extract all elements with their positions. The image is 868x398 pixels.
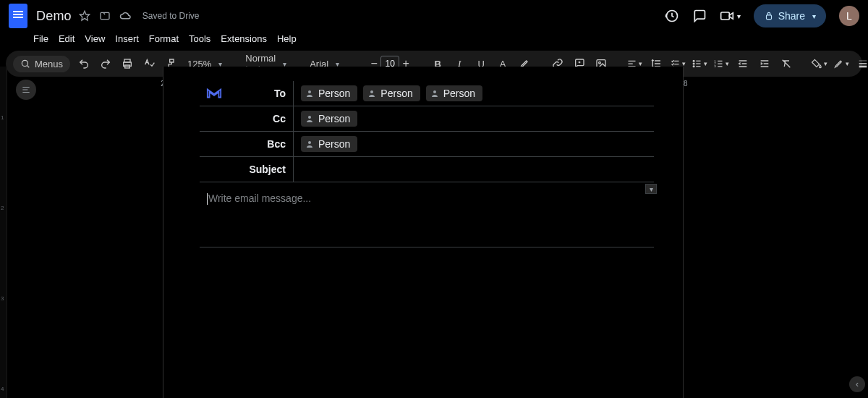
vruler-tick: 4 — [1, 386, 4, 392]
document-title[interactable]: Demo — [36, 9, 72, 24]
subject-label: Subject — [229, 157, 294, 182]
document-page[interactable]: To PersonPersonPerson Cc Person Bcc Pers… — [163, 67, 684, 398]
svg-rect-3 — [766, 15, 771, 20]
svg-rect-1 — [101, 12, 109, 19]
menu-file[interactable]: File — [33, 33, 48, 44]
vruler-tick: 2 — [1, 205, 4, 211]
subject-field[interactable] — [294, 162, 654, 177]
email-draft-block: To PersonPersonPerson Cc Person Bcc Pers… — [200, 81, 654, 247]
menubar: File Edit View Insert Format Tools Exten… — [0, 32, 868, 48]
account-avatar[interactable]: L — [839, 6, 859, 26]
svg-point-10 — [693, 60, 694, 62]
person-chip[interactable]: Person — [363, 85, 420, 101]
svg-marker-0 — [80, 11, 89, 20]
body-placeholder: Write email message... — [208, 192, 311, 204]
email-to-row: To PersonPersonPerson — [200, 81, 654, 106]
svg-point-17 — [370, 90, 373, 93]
vruler-tick: 3 — [1, 295, 4, 302]
move-icon[interactable] — [99, 10, 111, 22]
share-label: Share — [778, 10, 805, 22]
docs-logo-icon[interactable] — [9, 4, 27, 28]
menu-edit[interactable]: Edit — [59, 33, 75, 44]
chip-label: Person — [318, 138, 350, 150]
expand-handle[interactable]: ▾ — [645, 184, 657, 194]
svg-point-20 — [308, 141, 311, 144]
person-chip[interactable]: Person — [301, 111, 357, 127]
person-chip[interactable]: Person — [301, 136, 357, 152]
chip-label: Person — [443, 88, 475, 99]
email-cc-row: Cc Person — [200, 106, 654, 131]
text-cursor — [207, 193, 208, 205]
menu-format[interactable]: Format — [149, 33, 179, 44]
menu-insert[interactable]: Insert — [115, 33, 139, 44]
chip-label: Person — [318, 113, 350, 124]
cc-label: Cc — [229, 106, 294, 131]
svg-point-4 — [22, 60, 27, 66]
svg-point-16 — [308, 90, 311, 93]
email-bcc-row: Bcc Person — [200, 131, 654, 156]
star-icon[interactable] — [79, 10, 90, 22]
chip-label: Person — [380, 88, 412, 99]
person-chip[interactable]: Person — [426, 85, 482, 101]
vruler-tick: 1 — [1, 114, 4, 121]
bcc-label: Bcc — [229, 132, 294, 156]
chip-label: Person — [318, 88, 350, 99]
chevron-down-icon: ▾ — [737, 12, 741, 20]
svg-point-18 — [433, 90, 436, 93]
saved-status: Saved to Drive — [142, 11, 200, 21]
show-outline-button[interactable] — [16, 80, 36, 100]
svg-point-9 — [599, 62, 601, 64]
comments-icon[interactable] — [692, 9, 707, 23]
gmail-icon — [206, 87, 222, 100]
to-label: To — [229, 81, 294, 106]
share-button[interactable]: Share ▾ — [754, 4, 826, 27]
cloud-saved-icon[interactable] — [119, 11, 132, 21]
email-body-field[interactable]: ▾ Write email message... — [200, 182, 654, 247]
editor-area: 1234 To PersonPersonPerson Cc Person — [0, 67, 868, 398]
svg-point-11 — [693, 63, 694, 64]
chevron-down-icon: ▾ — [812, 12, 816, 20]
explore-button[interactable]: ‹ — [849, 376, 865, 392]
email-subject-row: Subject — [200, 156, 654, 182]
svg-point-19 — [308, 116, 311, 119]
svg-rect-2 — [720, 12, 729, 20]
person-chip[interactable]: Person — [301, 85, 357, 101]
vertical-ruler[interactable]: 1234 — [0, 67, 7, 398]
titlebar: Demo Saved to Drive ▾ Share — [0, 0, 868, 32]
menu-help[interactable]: Help — [277, 33, 297, 44]
menu-view[interactable]: View — [85, 33, 105, 44]
menu-extensions[interactable]: Extensions — [221, 33, 267, 44]
meet-button[interactable]: ▾ — [720, 10, 741, 22]
history-icon[interactable] — [665, 9, 679, 23]
menu-tools[interactable]: Tools — [189, 33, 210, 44]
